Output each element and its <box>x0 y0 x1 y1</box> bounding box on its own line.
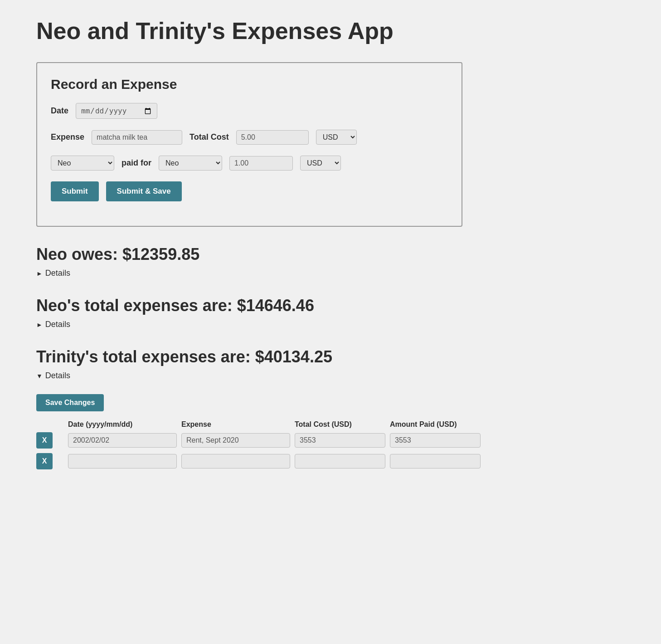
neo-owes-arrow-icon: ► <box>36 270 43 277</box>
neo-owes-section: Neo owes: $12359.85 ► Details <box>36 245 462 278</box>
table-header-date: Date (yyyy/mm/dd) <box>68 420 177 429</box>
expense-input[interactable] <box>92 130 182 145</box>
date-input[interactable] <box>76 103 157 119</box>
trinity-total-details-toggle[interactable]: ▼ Details <box>36 371 462 381</box>
neo-total-details-label: Details <box>45 320 70 329</box>
row-1-date-input[interactable] <box>68 433 177 448</box>
payer-select[interactable]: Neo Trinity <box>51 156 114 171</box>
currency-select[interactable]: USD EUR GBP <box>316 130 357 145</box>
neo-owes-heading: Neo owes: $12359.85 <box>36 245 462 264</box>
trinity-total-arrow-icon: ▼ <box>36 372 43 380</box>
expense-label: Expense <box>51 132 84 142</box>
form-title: Record an Expense <box>51 77 448 92</box>
table-header-row: Date (yyyy/mm/dd) Expense Total Cost (US… <box>36 420 462 429</box>
neo-total-arrow-icon: ► <box>36 321 43 328</box>
neo-total-section: Neo's total expenses are: $14646.46 ► De… <box>36 296 462 329</box>
save-changes-button[interactable]: Save Changes <box>36 394 104 411</box>
paid-for-select[interactable]: Neo Trinity <box>159 156 222 171</box>
row-1-amount-paid-input[interactable] <box>390 433 481 448</box>
row-1-expense-input[interactable] <box>181 433 290 448</box>
neo-total-details-toggle[interactable]: ► Details <box>36 320 462 329</box>
table-row: X <box>36 453 462 469</box>
trinity-total-heading: Trinity's total expenses are: $40134.25 <box>36 347 462 366</box>
table-header-expense: Expense <box>181 420 290 429</box>
row-2-total-cost-input[interactable] <box>295 454 385 468</box>
record-expense-form: Record an Expense Date Expense Total Cos… <box>36 62 462 227</box>
total-cost-input[interactable] <box>236 130 309 145</box>
delete-row-1-button[interactable]: X <box>36 432 53 449</box>
form-buttons-row: Submit Submit & Save <box>51 181 448 201</box>
total-cost-label: Total Cost <box>190 132 229 142</box>
paid-for-label: paid for <box>122 158 151 168</box>
app-title: Neo and Trinity's Expenses App <box>36 18 462 44</box>
table-header-delete <box>36 420 63 429</box>
row-2-date-input[interactable] <box>68 454 177 468</box>
neo-owes-details-label: Details <box>45 268 70 278</box>
row-2-amount-paid-input[interactable] <box>390 454 481 468</box>
trinity-expenses-table: Date (yyyy/mm/dd) Expense Total Cost (US… <box>36 420 462 469</box>
amount-input[interactable] <box>229 156 293 171</box>
table-header-total-cost: Total Cost (USD) <box>295 420 385 429</box>
date-row: Date <box>51 103 448 119</box>
table-row: X <box>36 432 462 449</box>
amount-currency-select[interactable]: USD EUR GBP <box>300 156 341 171</box>
row-1-total-cost-input[interactable] <box>295 433 385 448</box>
submit-save-button[interactable]: Submit & Save <box>106 181 182 201</box>
table-header-amount-paid: Amount Paid (USD) <box>390 420 481 429</box>
trinity-total-details-label: Details <box>45 371 70 381</box>
submit-button[interactable]: Submit <box>51 181 99 201</box>
payer-row: Neo Trinity paid for Neo Trinity USD EUR… <box>51 156 448 171</box>
neo-owes-details-toggle[interactable]: ► Details <box>36 268 462 278</box>
date-label: Date <box>51 106 68 116</box>
trinity-total-section: Trinity's total expenses are: $40134.25 … <box>36 347 462 469</box>
row-2-expense-input[interactable] <box>181 454 290 468</box>
expense-cost-row: Expense Total Cost USD EUR GBP <box>51 130 448 145</box>
neo-total-heading: Neo's total expenses are: $14646.46 <box>36 296 462 315</box>
delete-row-2-button[interactable]: X <box>36 453 53 469</box>
